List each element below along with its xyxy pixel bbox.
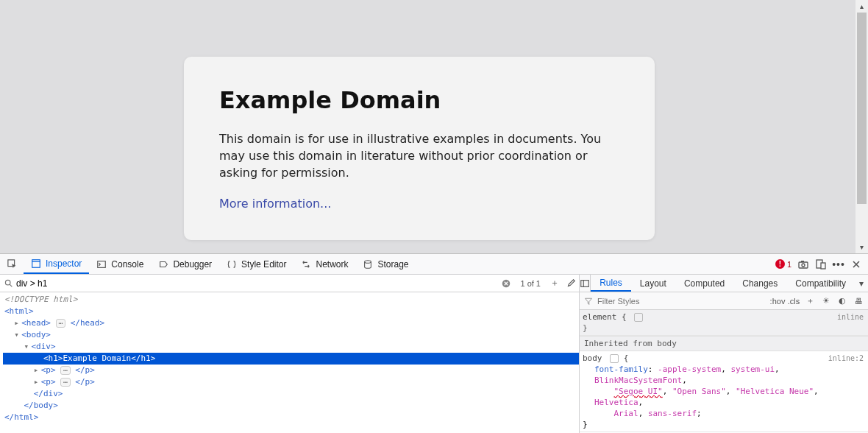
scroll-down-icon[interactable]: ▾ (855, 241, 868, 253)
p-close-node[interactable]: </p> (75, 365, 95, 375)
rule-source-inline[interactable]: inline (837, 311, 864, 323)
add-node-button[interactable]: ＋ (547, 277, 563, 289)
eyedropper-button[interactable] (563, 278, 579, 289)
p-open-node[interactable]: <p> (41, 365, 56, 375)
body-rule-block[interactable]: body { inline:2 font-family: -apple-syst… (580, 351, 868, 432)
expand-p2-toggle[interactable]: ▸ (34, 376, 41, 388)
html-search-input[interactable] (16, 278, 498, 289)
expand-div-toggle[interactable]: ▾ (24, 341, 32, 353)
example-card: Example Domain This domain is for use in… (184, 57, 655, 240)
rules-list[interactable]: element { inline } Inherited from body b… (580, 310, 868, 433)
selected-h1-node[interactable]: <h1>Example Domain</h1> (3, 353, 579, 365)
filter-styles-input[interactable] (597, 297, 768, 306)
div-close-node[interactable]: </div> (34, 389, 63, 398)
ellipsis-icon[interactable]: ⋯ (60, 366, 70, 375)
head-open-node[interactable]: <head> (21, 318, 51, 328)
rules-filter-bar: :hov .cls ＋ ☀ ◐ 🖶 (580, 292, 868, 310)
body-close-node[interactable]: </body> (24, 401, 58, 410)
page-paragraph: This domain is for use in illustrative e… (219, 130, 619, 182)
debugger-icon (158, 259, 168, 270)
tab-network[interactable]: Network (294, 254, 355, 274)
sun-icon: ☀ (822, 296, 830, 306)
chevron-down-icon: ▾ (859, 278, 864, 289)
close-devtools-button[interactable] (850, 258, 862, 270)
pick-element-button[interactable] (1, 254, 24, 274)
devtools-toolbar: Inspector Console Debugger Style Editor … (0, 254, 868, 275)
page-scrollbar[interactable]: ▴ ▾ (855, 0, 868, 253)
plus-icon: ＋ (806, 295, 814, 306)
div-open-node[interactable]: <div> (32, 342, 56, 351)
tab-storage[interactable]: Storage (355, 254, 416, 274)
tab-style-editor-label: Style Editor (241, 259, 286, 270)
scroll-thumb[interactable] (857, 13, 867, 204)
expand-head-toggle[interactable]: ▸ (14, 317, 21, 329)
plus-icon: ＋ (550, 277, 559, 289)
expand-body-toggle[interactable]: ▾ (14, 329, 21, 341)
clear-search-button[interactable] (498, 278, 514, 289)
svg-rect-1 (32, 259, 40, 267)
inspector-icon (31, 258, 41, 269)
print-media-button[interactable]: 🖶 (852, 297, 865, 306)
page-heading: Example Domain (219, 86, 619, 114)
element-selector: element (583, 312, 616, 322)
toggle-hover-button[interactable]: :hov (771, 297, 784, 306)
filter-icon (583, 297, 594, 306)
error-indicator[interactable]: ! 1 (775, 259, 791, 269)
sidepanel-toggle-button[interactable] (580, 275, 591, 292)
dark-scheme-button[interactable]: ◐ (836, 296, 849, 306)
ellipsis-icon[interactable]: ⋯ (56, 319, 65, 328)
tab-layout[interactable]: Layout (631, 275, 675, 292)
rules-tabs-overflow[interactable]: ▾ (855, 278, 868, 289)
error-dot-icon: ! (775, 259, 785, 269)
markup-tree[interactable]: <!DOCTYPE html> <html> ▸<head> ⋯ </head>… (0, 292, 579, 433)
font-family-declaration[interactable]: font-family: -apple-system, system-ui, B… (583, 364, 865, 419)
tab-console[interactable]: Console (89, 254, 151, 274)
body-open-node[interactable]: <body> (21, 330, 51, 339)
tab-inspector[interactable]: Inspector (24, 254, 89, 274)
rule-source-inline2[interactable]: inline:2 (828, 353, 864, 364)
responsive-mode-button[interactable] (815, 258, 827, 270)
html-search-bar: 1 of 1 ＋ (0, 275, 579, 292)
tab-changes[interactable]: Changes (733, 275, 786, 292)
html-close-node[interactable]: </html> (4, 412, 38, 422)
element-rule-block[interactable]: element { inline } (580, 310, 868, 336)
tab-compatibility[interactable]: Compatibility (786, 275, 855, 292)
tab-style-editor[interactable]: Style Editor (219, 254, 294, 274)
style-editor-icon (227, 259, 237, 270)
svg-line-11 (10, 284, 12, 286)
p-open-node[interactable]: <p> (41, 377, 56, 387)
expand-p1-toggle[interactable]: ▸ (34, 365, 41, 376)
network-icon (301, 259, 311, 270)
light-scheme-button[interactable]: ☀ (819, 296, 833, 306)
head-close-node[interactable]: </head> (71, 318, 104, 328)
camera-icon (797, 258, 809, 270)
meatball-menu-button[interactable]: ••• (833, 258, 844, 270)
svg-point-4 (365, 260, 371, 263)
clear-icon (501, 278, 511, 289)
ellipsis-icon[interactable]: ⋯ (60, 378, 70, 387)
console-icon (96, 259, 107, 270)
flex-highlight-icon[interactable] (634, 313, 643, 322)
flex-highlight-icon[interactable] (610, 354, 619, 363)
add-rule-button[interactable]: ＋ (803, 295, 817, 306)
tab-computed[interactable]: Computed (675, 275, 733, 292)
html-open-node[interactable]: <html> (4, 306, 34, 316)
pick-element-icon (7, 259, 18, 270)
tab-debugger[interactable]: Debugger (151, 254, 219, 274)
screenshot-button[interactable] (797, 258, 809, 270)
scroll-up-icon[interactable]: ▴ (855, 0, 868, 13)
svg-rect-9 (821, 263, 825, 269)
doctype-node[interactable]: <!DOCTYPE html> (4, 295, 77, 304)
responsive-icon (815, 258, 827, 270)
more-info-link[interactable]: More information... (219, 197, 331, 211)
storage-icon (363, 259, 373, 270)
p-close-node[interactable]: </p> (75, 377, 95, 387)
close-icon (850, 258, 862, 270)
toggle-classes-button[interactable]: .cls (787, 297, 800, 306)
error-count: 1 (787, 260, 791, 269)
tab-rules[interactable]: Rules (591, 275, 631, 292)
page-viewport: Example Domain This domain is for use in… (0, 0, 868, 253)
body-selector[interactable]: body (583, 353, 602, 363)
sidepanel-icon (580, 278, 590, 289)
tab-storage-label: Storage (377, 259, 408, 270)
